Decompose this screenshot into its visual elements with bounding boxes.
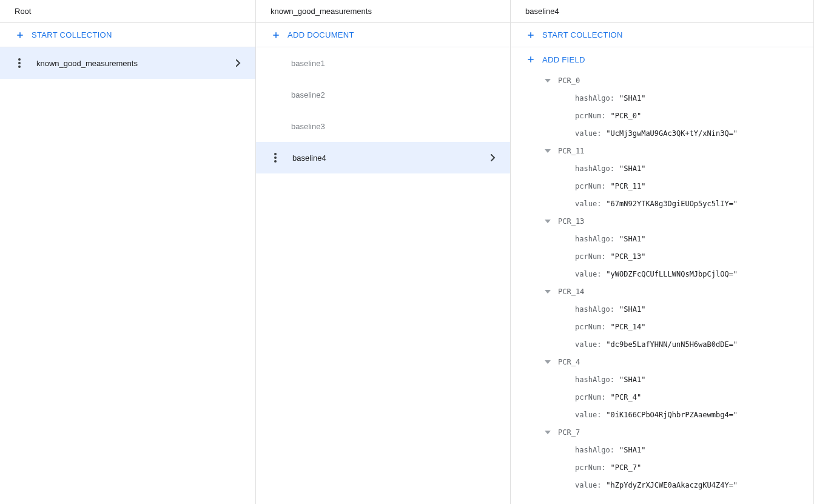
field-row[interactable]: hashAlgo:"SHA1" (511, 371, 813, 388)
field-group: PCR_14hashAlgo:"SHA1"pcrNum:"PCR_14"valu… (511, 283, 813, 353)
kebab-icon[interactable] (271, 153, 280, 163)
field-key: pcrNum (575, 252, 601, 261)
triangle-down-icon (545, 79, 551, 82)
field-row[interactable]: hashAlgo:"SHA1" (511, 89, 813, 107)
field-row[interactable]: value:"0iK166CPbO4RjQhbrPZAaewmbg4=" (511, 406, 813, 423)
field-value: "PCR_14" (611, 323, 646, 331)
field-row[interactable]: pcrNum:"PCR_13" (511, 247, 813, 265)
field-group: PCR_0hashAlgo:"SHA1"pcrNum:"PCR_0"value:… (511, 72, 813, 142)
field-row[interactable]: value:"67mN92YTKA8g3DgiEUOp5yc5lIY=" (511, 195, 813, 212)
field-value: "67mN92YTKA8g3DgiEUOp5yc5lIY=" (606, 200, 738, 208)
document-column: baseline4 START COLLECTION ADD FIELD PCR… (511, 0, 814, 504)
field-row[interactable]: pcrNum:"PCR_14" (511, 318, 813, 335)
field-key: pcrNum (575, 182, 601, 190)
kebab-icon[interactable] (15, 58, 24, 68)
field-value: "SHA1" (619, 446, 645, 454)
field-row[interactable]: hashAlgo:"SHA1" (511, 300, 813, 318)
document-item[interactable]: baseline4 (256, 142, 510, 173)
field-row[interactable]: value:"UcMj3gwMaU9GAc3QK+tY/xNin3Q=" (511, 124, 813, 142)
field-value: "hZpYdyZrXJCWE0aAkaczgKU4Z4Y=" (606, 481, 738, 489)
field-group: PCR_13hashAlgo:"SHA1"pcrNum:"PCR_13"valu… (511, 212, 813, 283)
collection-header: known_good_measurements (256, 0, 510, 23)
start-subcollection-label: START COLLECTION (542, 30, 623, 39)
triangle-down-icon (545, 220, 551, 223)
field-group: PCR_11hashAlgo:"SHA1"pcrNum:"PCR_11"valu… (511, 142, 813, 212)
document-item-label: baseline1 (291, 59, 325, 68)
document-item[interactable]: baseline2 (256, 79, 510, 110)
field-row[interactable]: value:"dc9be5LafYHNN/unN5H6waB0dDE=" (511, 335, 813, 353)
field-value: "yWODZFcQCUfLLLWNQsMJbpCjlOQ=" (606, 270, 738, 278)
field-group-header[interactable]: PCR_11 (511, 142, 813, 160)
field-row[interactable]: hashAlgo:"SHA1" (511, 160, 813, 177)
field-value: "PCR_13" (611, 252, 646, 261)
field-value: "UcMj3gwMaU9GAc3QK+tY/xNin3Q=" (606, 129, 738, 138)
field-key: value (575, 340, 597, 349)
triangle-down-icon (545, 360, 551, 364)
field-key: hashAlgo (575, 446, 610, 454)
field-group-name: PCR_7 (558, 428, 580, 437)
field-key: value (575, 129, 597, 138)
field-row[interactable]: value:"hZpYdyZrXJCWE0aAkaczgKU4Z4Y=" (511, 476, 813, 494)
collection-item-label: known_good_measurements (36, 59, 138, 68)
add-document-label: ADD DOCUMENT (288, 30, 354, 39)
field-key: value (575, 200, 597, 208)
field-value: "SHA1" (619, 164, 645, 173)
field-row[interactable]: pcrNum:"PCR_4" (511, 388, 813, 406)
chevron-right-icon (236, 59, 241, 67)
field-key: value (575, 411, 597, 419)
document-item-label: baseline2 (291, 90, 325, 99)
document-item-label: baseline3 (291, 122, 325, 131)
field-key: hashAlgo (575, 164, 610, 173)
field-row[interactable]: pcrNum:"PCR_11" (511, 177, 813, 195)
field-key: hashAlgo (575, 94, 610, 102)
field-value: "SHA1" (619, 375, 645, 384)
triangle-down-icon (545, 431, 551, 434)
field-value: "0iK166CPbO4RjQhbrPZAaewmbg4=" (606, 411, 738, 419)
field-group-header[interactable]: PCR_7 (511, 423, 813, 441)
field-group-name: PCR_14 (558, 287, 584, 296)
field-row[interactable]: hashAlgo:"SHA1" (511, 230, 813, 247)
field-value: "dc9be5LafYHNN/unN5H6waB0dDE=" (606, 340, 738, 349)
field-group-name: PCR_4 (558, 358, 580, 366)
collection-header-label: known_good_measurements (271, 7, 372, 16)
add-document-button[interactable]: ADD DOCUMENT (256, 23, 510, 47)
document-item-label: baseline4 (292, 153, 326, 163)
plus-icon (525, 30, 536, 41)
field-group-name: PCR_13 (558, 217, 584, 226)
field-row[interactable]: value:"yWODZFcQCUfLLLWNQsMJbpCjlOQ=" (511, 265, 813, 283)
field-value: "PCR_0" (611, 112, 642, 120)
collection-item[interactable]: known_good_measurements (0, 47, 255, 79)
field-group-name: PCR_11 (558, 147, 584, 155)
chevron-right-icon (491, 154, 496, 161)
start-subcollection-button[interactable]: START COLLECTION (511, 23, 813, 47)
field-key: value (575, 270, 597, 278)
field-key: pcrNum (575, 463, 601, 472)
field-value: "SHA1" (619, 235, 645, 243)
field-row[interactable]: hashAlgo:"SHA1" (511, 441, 813, 459)
triangle-down-icon (545, 149, 551, 153)
field-key: hashAlgo (575, 305, 610, 314)
field-group: PCR_7hashAlgo:"SHA1"pcrNum:"PCR_7"value:… (511, 423, 813, 494)
start-collection-button[interactable]: START COLLECTION (0, 23, 255, 47)
field-group-name: PCR_0 (558, 76, 580, 85)
field-group-header[interactable]: PCR_0 (511, 72, 813, 89)
field-key: value (575, 481, 597, 489)
root-header: Root (0, 0, 255, 23)
add-field-button[interactable]: ADD FIELD (511, 47, 813, 72)
field-group-header[interactable]: PCR_13 (511, 212, 813, 230)
document-item[interactable]: baseline1 (256, 47, 510, 79)
field-key: hashAlgo (575, 375, 610, 384)
field-key: hashAlgo (575, 235, 610, 243)
field-row[interactable]: pcrNum:"PCR_0" (511, 107, 813, 124)
field-group-header[interactable]: PCR_4 (511, 353, 813, 371)
document-item[interactable]: baseline3 (256, 110, 510, 142)
plus-icon (271, 30, 281, 41)
document-header-label: baseline4 (525, 7, 559, 16)
document-header: baseline4 (511, 0, 813, 23)
field-value: "PCR_11" (611, 182, 646, 190)
field-key: pcrNum (575, 112, 601, 120)
field-group-header[interactable]: PCR_14 (511, 283, 813, 300)
field-group: PCR_4hashAlgo:"SHA1"pcrNum:"PCR_4"value:… (511, 353, 813, 423)
field-row[interactable]: pcrNum:"PCR_7" (511, 459, 813, 476)
add-field-label: ADD FIELD (542, 55, 585, 64)
